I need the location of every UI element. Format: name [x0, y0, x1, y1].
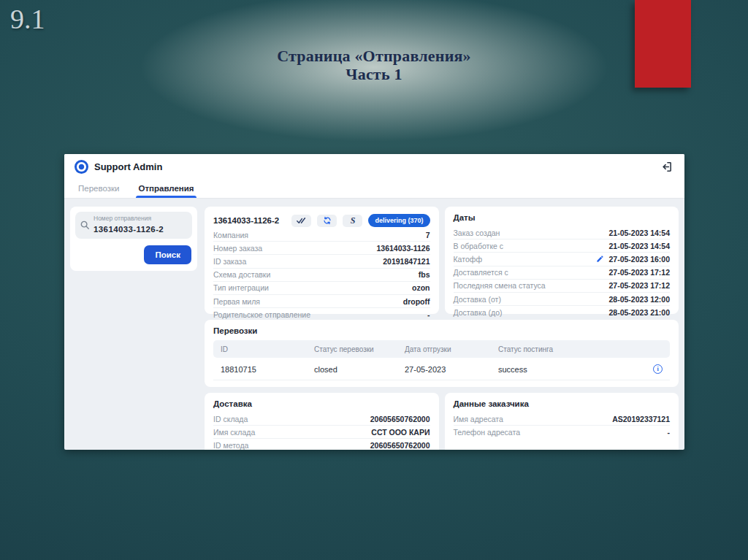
detail-row: Последняя смена статуса 27-05-2023 17:12 — [454, 280, 671, 293]
detail-row: ID склада 20605650762000 — [213, 413, 430, 426]
table-header: ID Статус перевозки Дата отгрузки Статус… — [213, 340, 670, 358]
detail-value: 21-05-2023 14:54 — [609, 242, 670, 250]
support-admin-logo-icon — [75, 160, 88, 174]
app-header: Support Admin — [64, 154, 684, 179]
detail-row: Схема доставки fbs — [213, 269, 430, 282]
detail-label: Доставка (до) — [454, 308, 503, 317]
cell-posting-status: success — [498, 365, 646, 374]
slide-number: 9.1 — [10, 3, 45, 35]
shipment-card: 13614033-1126-2 — [205, 207, 439, 314]
detail-row: Имя склада ССТ ООО КАРИ — [213, 426, 430, 439]
detail-value: ССТ ООО КАРИ — [371, 428, 430, 437]
tab-bar: Перевозки Отправления — [64, 179, 684, 199]
detail-value: dropoff — [403, 297, 430, 306]
app-window: Support Admin Перевозки Отправления — [64, 154, 684, 450]
detail-label: В обработке с — [454, 242, 504, 250]
info-icon: i — [657, 366, 658, 372]
detail-value: 27-05-2023 16:00 — [609, 255, 670, 264]
detail-label: Последняя смена статуса — [454, 281, 546, 290]
detail-row: Родительское отправление - — [213, 308, 430, 321]
detail-row: В обработке с 21-05-2023 14:54 — [454, 239, 671, 253]
cell-status: closed — [314, 365, 405, 374]
detail-value: ozon — [412, 283, 430, 292]
content-area: Номер отправления 13614033-1126-2 Поиск … — [64, 199, 684, 450]
main-panel: 13614033-1126-2 — [205, 207, 679, 450]
detail-row: ID заказа 20191847121 — [213, 255, 430, 268]
detail-value: - — [668, 428, 671, 437]
detail-row: Доставка (до) 28-05-2023 21:00 — [454, 306, 671, 318]
table-row: 18810715 closed 27-05-2023 success i — [213, 358, 670, 380]
detail-row: Имя адресата AS20192337121 — [454, 413, 671, 426]
detail-label: Имя склада — [213, 428, 255, 437]
detail-label: ID заказа — [213, 257, 246, 266]
detail-row: ID метода 20605650762000 — [213, 439, 430, 450]
delivery-title: Доставка — [213, 399, 430, 413]
detail-value: 28-05-2023 12:00 — [609, 295, 670, 304]
detail-label: Доставляется с — [454, 268, 508, 277]
tab-otpravleniya[interactable]: Отправления — [138, 184, 194, 198]
customer-title: Данные заказчика — [454, 399, 671, 413]
column-header-id: ID — [221, 345, 314, 353]
logout-button[interactable] — [659, 159, 674, 174]
detail-row: Тип интеграции ozon — [213, 282, 430, 295]
edit-cutoff-button[interactable] — [596, 255, 604, 263]
cell-ship-date: 27-05-2023 — [405, 365, 498, 374]
column-header-ship-date: Дата отгрузки — [405, 345, 498, 353]
detail-label: ID метода — [213, 441, 248, 450]
search-button[interactable]: Поиск — [144, 245, 191, 264]
brand-title: Support Admin — [94, 161, 162, 172]
logout-icon — [660, 161, 673, 173]
detail-row: Заказ создан 21-05-2023 14:54 — [454, 226, 671, 239]
detail-row: Компания 7 — [213, 229, 430, 242]
detail-row: Телефон адресата - — [454, 426, 671, 438]
detail-label: Родительское отправление — [213, 310, 310, 319]
detail-row: Доставляется с 27-05-2023 17:12 — [454, 266, 671, 280]
detail-label: Номер заказа — [213, 244, 262, 253]
detail-row: Номер заказа 13614033-1126 — [213, 242, 430, 255]
sidebar: Номер отправления 13614033-1126-2 Поиск — [70, 207, 197, 450]
search-icon — [80, 220, 90, 230]
s-currency-icon: S — [351, 215, 356, 226]
detail-value: 28-05-2023 21:00 — [609, 308, 670, 317]
shipment-card-header: 13614033-1126-2 — [213, 213, 430, 228]
shipment-title: 13614033-1126-2 — [213, 216, 279, 225]
detail-label: Первая миля — [213, 297, 260, 306]
detail-label: Имя адресата — [454, 415, 503, 423]
info-button[interactable]: i — [653, 364, 663, 374]
tab-perevozki[interactable]: Перевозки — [78, 184, 119, 198]
refresh-icon — [323, 216, 332, 225]
transportations-title: Перевозки — [213, 326, 670, 335]
detail-value: 20605650762000 — [370, 441, 430, 450]
delivery-card: Доставка ID склада 20605650762000 Имя ск… — [205, 393, 439, 450]
detail-label: Катофф — [454, 255, 483, 264]
shipment-number-input[interactable]: Номер отправления 13614033-1126-2 — [75, 212, 192, 239]
currency-button[interactable]: S — [343, 215, 362, 227]
accent-rectangle — [635, 0, 691, 88]
transportations-card: Перевозки ID Статус перевозки Дата отгру… — [205, 320, 679, 387]
detail-label: Заказ создан — [454, 229, 500, 237]
detail-label: Тип интеграции — [213, 283, 269, 292]
search-card: Номер отправления 13614033-1126-2 Поиск — [70, 207, 197, 271]
detail-label: Компания — [213, 231, 248, 239]
detail-value: 21-05-2023 14:54 — [609, 229, 670, 237]
detail-value: 7 — [426, 231, 430, 239]
detail-value: 27-05-2023 17:12 — [609, 268, 670, 277]
detail-value: 27-05-2023 17:12 — [609, 281, 670, 290]
search-input-value: 13614033-1126-2 — [94, 225, 164, 234]
double-check-icon — [297, 217, 306, 224]
detail-row: Доставка (от) 28-05-2023 12:00 — [454, 293, 671, 306]
detail-value: 13614033-1126 — [377, 244, 430, 253]
detail-value: 20191847121 — [383, 257, 430, 266]
detail-label: Доставка (от) — [454, 295, 501, 304]
refresh-button[interactable] — [317, 215, 337, 227]
dates-card: Даты Заказ создан 21-05-2023 14:54 В обр… — [445, 207, 679, 314]
double-check-button[interactable] — [291, 215, 311, 227]
detail-label: ID склада — [213, 415, 248, 423]
detail-row: Первая миля dropoff — [213, 295, 430, 308]
customer-card: Данные заказчика Имя адресата AS20192337… — [445, 393, 679, 450]
detail-row: Катофф 27-05-2023 16:00 — [454, 253, 671, 266]
cell-id: 18810715 — [221, 365, 314, 374]
status-badge: delivering (370) — [368, 214, 430, 227]
detail-label: Схема доставки — [213, 270, 270, 279]
column-header-status: Статус перевозки — [314, 345, 405, 353]
